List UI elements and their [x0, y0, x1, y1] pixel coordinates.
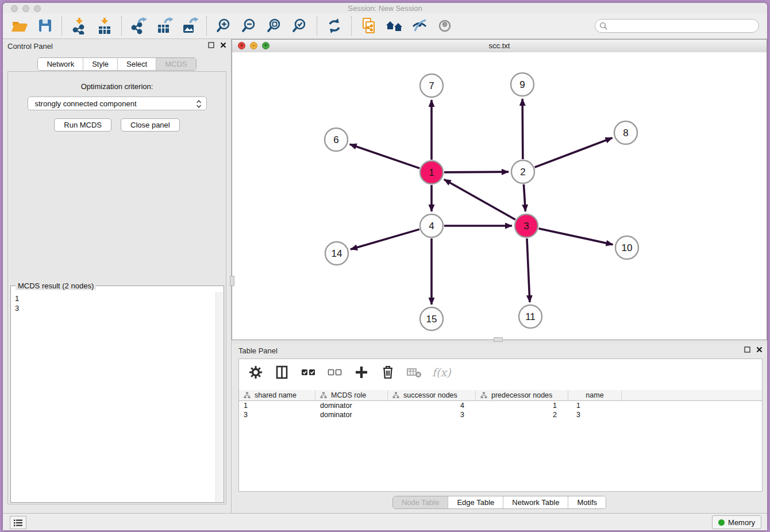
show-hide-selected-icon[interactable] — [411, 17, 428, 34]
float-panel-icon[interactable] — [744, 346, 750, 353]
graph-edge-1-6[interactable] — [350, 144, 420, 168]
delete-column-icon[interactable] — [379, 364, 396, 381]
new-network-from-selection-icon[interactable] — [360, 17, 378, 34]
column-type-icon — [392, 392, 399, 399]
tab-motifs[interactable]: Motifs — [568, 496, 606, 508]
open-session-icon[interactable] — [11, 17, 28, 34]
graph-edge-2-8[interactable] — [535, 138, 613, 167]
first-neighbors-icon[interactable] — [386, 17, 403, 34]
table-cell[interactable]: dominator — [315, 401, 388, 410]
import-table-icon[interactable] — [96, 17, 113, 34]
import-network-icon[interactable] — [71, 17, 88, 34]
graph-node-7[interactable]: 7 — [420, 74, 443, 97]
tab-style[interactable]: Style — [83, 58, 117, 70]
tab-network-table[interactable]: Network Table — [503, 496, 568, 508]
export-network-icon[interactable] — [130, 17, 148, 34]
result-scrollbar[interactable] — [215, 292, 223, 502]
table-cell[interactable]: 1 — [568, 401, 622, 410]
export-table-icon[interactable] — [156, 17, 173, 34]
graph-node-15[interactable]: 15 — [420, 307, 443, 330]
graph-node-10[interactable]: 10 — [615, 236, 638, 259]
graph-node-3[interactable]: 3 — [515, 214, 538, 237]
select-all-rows-icon[interactable] — [300, 364, 317, 381]
close-panel-icon[interactable] — [756, 346, 763, 353]
mcds-result-item[interactable]: 1 — [15, 294, 216, 303]
graph-edge-3-10[interactable] — [538, 229, 613, 245]
export-image-icon[interactable] — [181, 17, 198, 34]
mcds-result-title: MCDS result (2 nodes) — [16, 282, 96, 290]
graph-edge-4-14[interactable] — [351, 229, 419, 249]
table-cell[interactable]: 3 — [239, 410, 315, 419]
split-columns-icon[interactable] — [274, 364, 291, 381]
panel-resize-handle[interactable] — [230, 276, 234, 286]
graph-edge-3-1[interactable] — [444, 179, 515, 219]
table-settings-icon[interactable] — [247, 364, 264, 381]
column-header-predecessor-nodes[interactable]: predecessor nodes — [476, 390, 568, 400]
tab-select[interactable]: Select — [117, 58, 156, 70]
float-panel-icon[interactable] — [208, 42, 214, 48]
graph-node-8[interactable]: 8 — [614, 121, 637, 144]
table-cell[interactable]: 1 — [239, 401, 315, 410]
graph-node-11[interactable]: 11 — [519, 305, 542, 328]
refresh-layout-icon[interactable] — [326, 17, 343, 34]
column-header-successor-nodes[interactable]: successor nodes — [388, 390, 476, 400]
table-panel: Table Panel — [232, 344, 767, 514]
column-header-name[interactable]: name — [568, 390, 622, 400]
zoom-selected-icon[interactable] — [291, 17, 309, 34]
search-input[interactable] — [595, 19, 759, 33]
run-mcds-button[interactable]: Run MCDS — [54, 118, 111, 132]
close-panel-button[interactable]: Close panel — [121, 118, 180, 132]
graph-node-2[interactable]: 2 — [511, 160, 534, 183]
mcds-result-item[interactable]: 3 — [15, 303, 216, 313]
table-cell[interactable]: 3 — [388, 410, 476, 419]
tab-node-table[interactable]: Node Table — [393, 496, 448, 508]
graph-node-label: 11 — [525, 311, 536, 322]
preview-icon[interactable] — [436, 17, 453, 34]
graph-node-label: 4 — [429, 221, 434, 232]
search-icon — [599, 22, 608, 30]
graph-node-4[interactable]: 4 — [420, 214, 443, 237]
optimization-criterion-dropdown[interactable]: strongly connected component — [28, 97, 207, 110]
column-header-shared-name[interactable]: shared name — [239, 390, 315, 400]
table-cell[interactable]: 2 — [476, 410, 568, 419]
tab-network[interactable]: Network — [38, 58, 83, 70]
save-session-icon[interactable] — [36, 17, 53, 34]
tab-edge-table[interactable]: Edge Table — [448, 496, 503, 508]
window-title: Session: New Session — [3, 4, 767, 13]
graph-edge-3-11[interactable] — [527, 238, 530, 302]
graph-edge-2-9[interactable] — [522, 99, 523, 159]
graph-node-6[interactable]: 6 — [325, 128, 348, 151]
network-canvas[interactable]: 7968124314101511 — [232, 52, 767, 340]
delete-table-icon[interactable] — [406, 364, 423, 381]
graph-node-14[interactable]: 14 — [325, 242, 348, 265]
memory-button[interactable]: Memory — [712, 515, 761, 529]
zoom-fit-icon[interactable] — [266, 17, 283, 34]
zoom-in-icon[interactable] — [215, 17, 233, 34]
table-cell[interactable]: dominator — [315, 410, 388, 419]
table-cell[interactable]: 3 — [568, 410, 622, 419]
column-header-label: successor nodes — [403, 391, 457, 399]
table-toolbar: f(x) — [239, 359, 762, 385]
show-panels-button[interactable] — [10, 516, 26, 529]
table-cell[interactable]: 4 — [388, 401, 476, 410]
zoom-out-icon[interactable] — [241, 17, 258, 34]
function-builder-icon[interactable]: f(x) — [432, 366, 451, 379]
search-field-wrap — [595, 19, 759, 33]
column-header-MCDS-role[interactable]: MCDS role — [315, 390, 388, 400]
control-panel-header: Control Panel — [3, 39, 231, 53]
deselect-all-rows-icon[interactable] — [326, 364, 344, 381]
network-view-window: × − + scc.txt 7968124314101511 — [232, 39, 767, 340]
table-row[interactable]: 1dominator411 — [239, 401, 762, 410]
graph-node-1[interactable]: 1 — [420, 161, 443, 184]
mcds-result-list[interactable]: 13 — [11, 292, 216, 502]
table-cell[interactable]: 1 — [476, 401, 568, 410]
memory-label: Memory — [728, 518, 755, 527]
graph-edge-2-3[interactable] — [523, 184, 525, 211]
panel-resize-handle[interactable] — [494, 337, 503, 342]
graph-node-9[interactable]: 9 — [511, 73, 534, 96]
graph-edge-1-2[interactable] — [444, 172, 509, 172]
close-panel-icon[interactable] — [220, 42, 226, 48]
tab-mcds[interactable]: MCDS — [156, 58, 195, 70]
add-column-icon[interactable] — [353, 364, 370, 381]
table-row[interactable]: 3dominator323 — [239, 410, 762, 419]
